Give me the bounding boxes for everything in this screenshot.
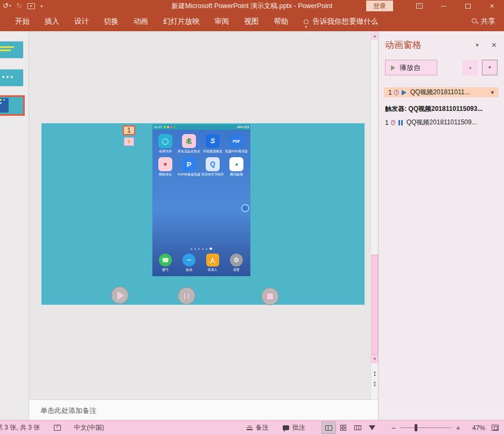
pane-close-icon[interactable]: × [492,41,496,49]
sign-in-button[interactable]: 登录 [366,1,393,11]
item-dropdown-icon[interactable]: ▼ [490,90,496,95]
ribbon-display-options-button[interactable]: ^ [407,0,431,12]
mouse-click-icon [391,120,395,125]
slide-thumbnail-panel [0,31,29,420]
phone-video-object[interactable]: 21:07 48% ◯录屏大师 名美名宝起名取名 S手机数据恢复 PDF迅捷PD… [152,124,250,276]
dock-messages: ···短信 [177,254,201,272]
notes-pane[interactable]: 单击此处添加备注 [29,399,378,420]
tell-me-box[interactable]: 告诉我你想要做什么 [304,17,379,26]
tab-review[interactable]: 审阅 [207,12,237,31]
reading-view-button[interactable] [351,422,365,434]
lightbulb-icon [304,19,309,24]
comment-bubble-icon [283,425,289,430]
play-icon [117,291,124,300]
trigger-header: 触发器: QQ视频2018110115093... [385,104,499,114]
scroll-down-arrow[interactable]: ▼ [371,354,379,363]
scroll-up-arrow[interactable]: ▲ [371,31,379,40]
slide-thumbnail-3-selected[interactable] [0,95,25,116]
tab-design[interactable]: 设计 [67,12,96,31]
zoom-slider[interactable] [400,427,452,428]
zoom-percentage[interactable]: 47% [466,424,485,432]
phone-dock: ☎拨号 ···短信 人联系人 ⚙设置 [153,254,249,272]
stop-icon [267,293,274,300]
lightning-icon [127,139,131,145]
slideshow-view-icon [369,425,375,430]
fit-to-window-icon[interactable] [492,425,499,431]
title-bar: ↺▾ ↻ ▸ ▾ 新建Microsoft PowerPoint 演示文稿.ppt… [0,0,504,12]
close-button[interactable]: × [480,0,504,12]
scrollbar-thumb[interactable] [372,255,378,354]
zoom-slider-thumb[interactable] [415,424,417,431]
app-data-recovery: S手机数据恢复 [201,134,225,154]
app-naming: 名美名宝起名取名 [177,134,201,154]
share-button[interactable]: 共享 [471,17,495,26]
tab-animations[interactable]: 动画 [126,12,156,31]
pause-button[interactable] [178,287,195,305]
pause-icon [184,292,190,300]
redo-icon[interactable]: ↻ [16,0,22,12]
share-label: 共享 [481,17,495,26]
slide-sorter-view-button[interactable] [336,422,351,434]
slide-number-indicator[interactable]: 第 3 张, 共 3 张 [0,423,40,432]
language-indicator[interactable]: 中文(中国) [74,423,104,432]
maximize-button[interactable] [456,0,480,12]
previous-slide-button[interactable]: ▲▲ [371,369,379,378]
animation-order-badge[interactable]: 1 [123,125,135,135]
grid-view-icon [340,425,346,431]
play-from-icon [391,65,395,71]
start-slideshow-icon[interactable]: ▸ [27,3,35,9]
view-switcher [321,422,380,434]
notes-icon [247,426,253,430]
phone-notification-icons [164,126,176,128]
pause-effect-icon [398,120,403,125]
quick-access-toolbar: ↺▾ ↻ ▸ ▾ [0,0,43,12]
window-title: 新建Microsoft PowerPoint 演示文稿.pptx - Power… [172,2,333,11]
tab-transitions[interactable]: 切换 [96,12,126,31]
pane-options-chevron-icon[interactable]: ▼ [475,43,480,48]
minimize-button[interactable] [431,0,456,12]
phone-status-bar: 21:07 48% [152,124,250,130]
reorder-down-button[interactable]: ▼ [482,60,498,75]
play-button[interactable] [111,286,129,304]
status-bar: 第 3 张, 共 3 张 中文(中国) 备注 批注 − + 47% [0,420,504,435]
dock-settings: ⚙设置 [225,254,248,272]
editor-scrollbar: ▲ ▼ ▲▲ ▼▼ [370,31,378,399]
phone-app-grid: ◯录屏大师 名美名宝起名取名 S手机数据恢复 PDF迅捷PDF阅读器 ♥网易考拉… [153,134,249,180]
tell-me-label: 告诉我你想要做什么 [313,17,379,26]
tab-home[interactable]: 开始 [8,12,37,31]
zoom-out-button[interactable]: − [389,424,398,432]
slideshow-view-button[interactable] [365,422,380,434]
phone-page-dots [152,248,250,250]
slide-thumbnail-2[interactable] [0,69,24,87]
reading-view-icon [354,425,361,430]
comments-toggle-button[interactable]: 批注 [283,423,305,432]
app-pdf-converter: PPDF转换器迅捷 [177,157,201,177]
tab-insert[interactable]: 插入 [37,12,67,31]
stop-button[interactable] [261,287,279,305]
zoom-in-button[interactable]: + [454,424,463,432]
animation-item-1[interactable]: 1 QQ视频201811011... ▼ [384,87,499,97]
play-from-button[interactable]: 播放自 [385,60,437,75]
tab-help[interactable]: 帮助 [267,12,296,31]
assistive-touch-icon [241,204,249,212]
animation-pane-title: 动画窗格 [385,39,422,51]
app-speech-to-text: Q语音转文字助手 [201,157,225,177]
trigger-animation-badge[interactable] [124,137,134,146]
tab-slideshow[interactable]: 幻灯片放映 [156,12,207,31]
spell-check-icon[interactable] [54,425,61,431]
animation-item-2[interactable]: 1 QQ视频201811011509... [381,117,499,128]
animation-pane: 动画窗格 ▼ × 播放自 ▲ ▼ 1 QQ视频201811011... ▼ 触发… [378,31,504,420]
customize-qat-icon[interactable]: ▾ [40,0,43,12]
reorder-up-button[interactable]: ▲ [463,60,478,75]
next-slide-button[interactable]: ▼▼ [371,380,379,389]
app-screen-recorder: ◯录屏大师 [153,134,177,154]
app-kaola: ♥网易考拉 [153,157,177,177]
dock-phone: ☎拨号 [153,254,177,272]
dock-contacts: 人联系人 [201,254,225,272]
undo-icon[interactable]: ↺▾ [3,0,11,12]
slide-thumbnail-1[interactable] [0,41,24,59]
tab-view[interactable]: 视图 [237,12,267,31]
play-effect-icon [402,90,407,95]
normal-view-button[interactable] [321,422,336,434]
notes-toggle-button[interactable]: 备注 [247,423,269,432]
